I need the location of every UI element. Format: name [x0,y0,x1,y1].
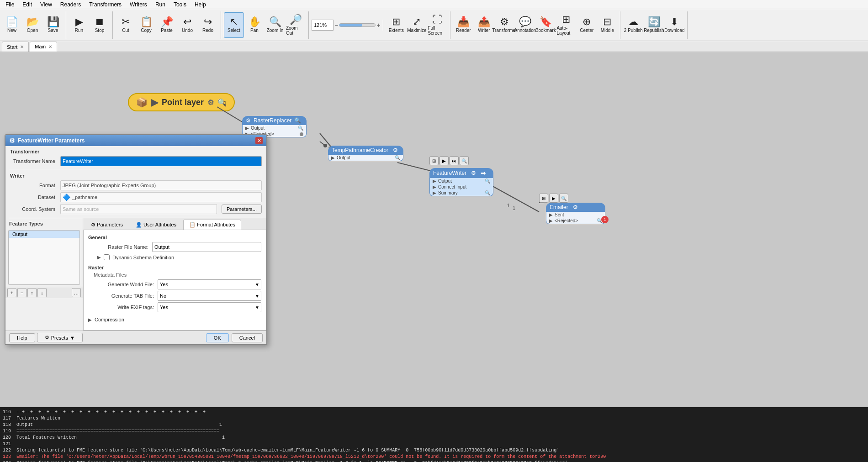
emailer-play-btn[interactable]: ▶ [549,194,558,203]
dialog-transformer-section: Transformer Transformer Name: [5,146,266,170]
annotation-button[interactable]: 💬 Annotation [515,12,535,38]
ft-extra-btn[interactable]: … [72,288,81,297]
menu-view[interactable]: View [37,1,56,8]
extents-button[interactable]: ⊞ Extents [386,12,406,38]
copy-button[interactable]: 📋 Copy [136,12,156,38]
feature-types-output-item[interactable]: Output [9,231,79,238]
generate-tab-file-select[interactable]: No Yes [158,291,261,301]
bookmark-button[interactable]: 🔖 Bookmark [535,12,556,38]
ft-remove-btn[interactable]: − [17,288,26,297]
generate-world-file-row: Generate World File: Yes No ▼ [94,279,261,289]
writer-icon: 📤 [478,17,490,27]
undo-button[interactable]: ↩ Undo [177,12,197,38]
node-play-btn[interactable]: ▶ [439,156,449,165]
coord-system-row: Coord. System: Same as source Parameters… [10,204,262,214]
cut-button[interactable]: ✂ Cut [116,12,136,38]
pan-button[interactable]: ✋ Pan [244,12,265,38]
temp-output-search[interactable]: 🔍 [395,155,400,160]
menu-edit[interactable]: Edit [19,1,36,8]
republish-button[interactable]: 🔄 Republish [644,12,664,38]
zoom-in-button[interactable]: 🔍 Zoom In [265,12,285,38]
run-button[interactable]: ▶ Run [69,12,89,38]
ft-move-up-btn[interactable]: ↑ [27,288,37,297]
emailer-node[interactable]: Emailer ⚙ ▶ Sent ▶ <Rejected> 🔍 1 [546,203,605,224]
raster-section: Raster Metadata Files Generate World Fil… [88,265,261,312]
transformer-button[interactable]: ⚙ Transformer [494,12,514,38]
tab-parameters[interactable]: ⚙ Parameters [85,220,129,230]
metadata-files-label: Metadata Files [94,272,261,278]
auto-layout-button[interactable]: ⊞ Auto-Layout [556,12,576,38]
transformer-name-input[interactable] [60,156,262,166]
middle-button[interactable]: ⊟ Middle [597,12,617,38]
raster-file-name-input[interactable] [152,242,261,252]
raster-replacer-search-icon[interactable]: 🔍 [294,117,301,124]
temp-settings-icon[interactable]: ⚙ [393,147,398,153]
tab-start[interactable]: Start ✕ [2,42,29,52]
menu-tools[interactable]: Tools [170,1,190,8]
dynamic-schema-row: ▶ Dynamic Schema Definition [88,253,261,261]
new-button[interactable]: 📄 New [2,12,22,38]
cancel-button[interactable]: Cancel [232,333,263,342]
point-layer-node[interactable]: 📦 ▶ Point layer ⚙ 🔍 [128,93,235,111]
tab-main[interactable]: Main ✕ [30,42,57,52]
zoom-level-input[interactable] [312,20,333,31]
node-forward-btn[interactable]: ⏭ [450,156,459,165]
menu-help[interactable]: Help [191,1,210,8]
menu-readers[interactable]: Readers [57,1,85,8]
tab-format-attributes[interactable]: 📋 Format Attributes [183,220,241,230]
publish-button[interactable]: ☁ 2 Publish [623,12,643,38]
presets-button[interactable]: ⚙ Presets ▼ [37,333,83,342]
zoom-slider[interactable] [339,23,376,27]
menu-run[interactable]: Run [152,1,169,8]
parameters-button[interactable]: Parameters... [222,205,262,214]
ft-add-btn[interactable]: + [7,288,16,297]
fw-settings-icon[interactable]: ⚙ [471,170,476,176]
emailer-settings-icon[interactable]: ⚙ [573,204,578,210]
ft-move-down-btn[interactable]: ↓ [37,288,47,297]
menu-writers[interactable]: Writers [126,1,151,8]
ok-button[interactable]: OK [206,333,229,342]
help-button[interactable]: Help [9,333,35,342]
raster-output-search[interactable]: 🔍 [298,126,303,131]
center-button[interactable]: ⊕ Center [577,12,597,38]
format-row: Format: JPEG (Joint Photographic Experts… [10,180,262,190]
raster-replacer-settings-icon[interactable]: ⚙ [246,117,251,124]
zoom-out-button[interactable]: 🔎 Zoom Out [286,12,306,38]
emailer-search-btn[interactable]: 🔍 [559,194,568,203]
compression-row[interactable]: ▶ Compression [88,316,261,323]
expand-arrow-icon[interactable]: ▶ [97,255,101,260]
maximize-button[interactable]: ⤢ Maximize [407,12,427,38]
tab-start-close[interactable]: ✕ [20,44,24,49]
reader-button[interactable]: 📥 Reader [453,12,473,38]
save-button[interactable]: 💾 Save [43,12,63,38]
redo-button[interactable]: ↪ Redo [198,12,218,38]
tab-user-attributes[interactable]: 👤 User Attributes [130,220,182,230]
open-button[interactable]: 📂 Open [22,12,42,38]
log-panel[interactable]: 116 --+--+--+--+--+--+--+--+--+--+--+--+… [0,407,868,462]
fw-output-search[interactable]: 🔍 [485,178,490,184]
fw-summary-search[interactable]: 🔍 [485,190,490,195]
download-button[interactable]: ⬇ Download [664,12,684,38]
zoom-decrease-icon[interactable]: − [334,21,338,29]
stop-button[interactable]: ⏹ Stop [90,12,110,38]
dialog-close-button[interactable]: ✕ [255,137,263,144]
node-search-btn[interactable]: 🔍 [460,156,469,165]
writer-button[interactable]: 📤 Writer [474,12,494,38]
temp-pathname-node[interactable]: TempPathnameCreator ⚙ ▶ Output 🔍 [328,146,403,161]
cut-icon: ✂ [122,17,130,27]
menu-file[interactable]: File [2,1,18,8]
emailer-copy-btn[interactable]: ⊞ [539,194,548,203]
feature-writer-node[interactable]: FeatureWriter ⚙ ➡ ▶ Output 🔍 ▶ Connect I… [429,168,493,196]
point-layer-settings-icon[interactable]: ⚙ [207,98,214,107]
generate-world-file-select[interactable]: Yes No [158,279,261,289]
paste-button[interactable]: 📌 Paste [157,12,177,38]
dynamic-schema-checkbox[interactable] [104,254,110,260]
select-button[interactable]: ↖ Select [224,12,244,38]
node-copy-btn[interactable]: ⊞ [429,156,439,165]
write-exif-tags-select[interactable]: Yes No [158,302,261,312]
tab-main-close[interactable]: ✕ [48,44,52,49]
zoom-increase-icon[interactable]: + [376,21,380,29]
point-layer-search-icon[interactable]: 🔍 [217,98,227,107]
menu-transformers[interactable]: Transformers [85,1,125,8]
full-screen-button[interactable]: ⛶ Full Screen [427,12,447,38]
